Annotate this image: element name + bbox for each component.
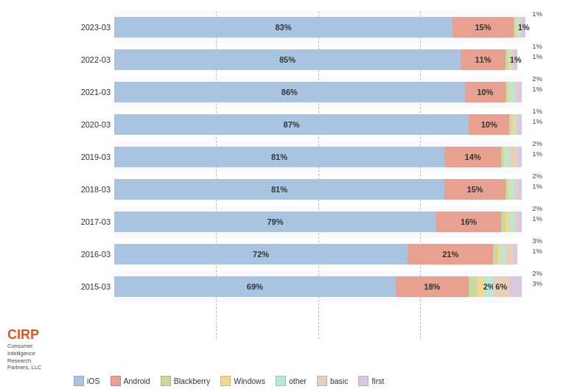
year-label: 2018-03 bbox=[63, 185, 111, 194]
bar-segment-first bbox=[517, 82, 522, 102]
segment-label: 11% bbox=[475, 55, 491, 64]
outside-label: 1% bbox=[532, 52, 542, 60]
year-label: 2015-03 bbox=[63, 282, 111, 291]
outside-label: 1% bbox=[532, 150, 542, 158]
bar-segment-first bbox=[517, 147, 522, 167]
outside-label: 2% bbox=[532, 204, 542, 212]
bar-segment-android: 16% bbox=[436, 211, 501, 232]
outside-label: 3% bbox=[532, 237, 542, 245]
bar-row: 2022-0385%11%1%1%1% bbox=[114, 43, 522, 76]
bar-segment-first bbox=[514, 244, 518, 265]
bar-segment-first bbox=[509, 276, 522, 297]
bar-wrapper: 85%11%1% bbox=[114, 49, 522, 70]
legend-other: other bbox=[276, 376, 307, 386]
bar-segment-android: 18% bbox=[396, 276, 469, 297]
legend-blackberry: Blackberry bbox=[161, 376, 211, 386]
year-label: 2022-03 bbox=[63, 55, 111, 64]
segment-label: 14% bbox=[465, 153, 481, 161]
segment-label: 1% bbox=[510, 55, 522, 64]
bar-segment-android: 15% bbox=[453, 17, 514, 38]
bar-row: 2020-0387%10%1%1% bbox=[114, 108, 522, 141]
bar-wrapper: 69%18%2%6% bbox=[114, 276, 522, 297]
segment-label: 16% bbox=[461, 217, 477, 226]
bar-segment-android: 10% bbox=[469, 114, 509, 135]
bar-segment-android: 14% bbox=[444, 147, 501, 167]
legend-ios: iOS bbox=[74, 376, 100, 386]
bar-segment-android: 11% bbox=[461, 49, 506, 70]
bar-segment-ios: 81% bbox=[114, 179, 444, 200]
legend-basic: basic bbox=[317, 376, 349, 386]
legend-android: Android bbox=[111, 376, 150, 386]
bars-container: 2023-0383%15%1%1%2022-0385%11%1%1%1%2021… bbox=[114, 11, 522, 339]
bar-row: 2023-0383%15%1%1% bbox=[114, 11, 522, 43]
bar-wrapper: 79%16% bbox=[114, 211, 522, 232]
legend-first: first bbox=[358, 376, 384, 386]
bar-row: 2018-0381%15%2%1% bbox=[114, 173, 522, 206]
bar-segment-ios: 79% bbox=[114, 211, 436, 232]
segment-label: 81% bbox=[271, 185, 287, 194]
bar-segment-ios: 72% bbox=[114, 244, 408, 265]
bar-row: 2017-0379%16%2%1% bbox=[114, 206, 522, 238]
bar-wrapper: 72%21% bbox=[114, 244, 522, 265]
outside-label: 1% bbox=[532, 85, 542, 93]
bar-row: 2019-0381%14%2%1% bbox=[114, 141, 522, 173]
outside-label: 1% bbox=[532, 182, 542, 190]
bar-segment-android: 21% bbox=[408, 244, 493, 265]
bar-wrapper: 83%15%1% bbox=[114, 17, 522, 38]
android-legend-box bbox=[111, 376, 121, 386]
bar-segment-ios: 87% bbox=[114, 114, 469, 135]
blackberry-legend-label: Blackberry bbox=[174, 377, 211, 385]
cirp-subtext: ConsumerIntelligenceResearchPartners, LL… bbox=[7, 343, 66, 371]
outside-label: 2% bbox=[532, 139, 542, 147]
outside-label: 2% bbox=[532, 269, 542, 277]
legend-windows: Windows bbox=[220, 376, 265, 386]
bar-segment-ios: 69% bbox=[114, 276, 396, 297]
bar-wrapper: 81%15% bbox=[114, 179, 522, 200]
segment-label: 81% bbox=[271, 153, 287, 161]
year-label: 2021-03 bbox=[63, 88, 111, 97]
segment-label: 72% bbox=[253, 250, 269, 259]
bar-segment-ios: 83% bbox=[114, 17, 453, 38]
bar-row: 2016-0372%21%3%1% bbox=[114, 238, 522, 270]
first-legend-box bbox=[358, 376, 368, 386]
year-label: 2020-03 bbox=[63, 120, 111, 129]
ios-legend-box bbox=[74, 376, 84, 386]
outside-label: 1% bbox=[532, 247, 542, 255]
segment-label: 6% bbox=[495, 282, 507, 291]
bar-segment-first: 1% bbox=[514, 49, 518, 70]
bar-wrapper: 81%14% bbox=[114, 147, 522, 167]
bar-segment-ios: 86% bbox=[114, 82, 465, 102]
chart-area: 2023-0383%15%1%1%2022-0385%11%1%1%1%2021… bbox=[66, 7, 522, 339]
outside-label: 2% bbox=[532, 74, 542, 83]
segment-label: 10% bbox=[477, 88, 493, 97]
cirp-logo: CIRP ConsumerIntelligenceResearchPartner… bbox=[7, 328, 66, 371]
segment-label: 69% bbox=[247, 282, 263, 291]
bar-segment-basic: 6% bbox=[493, 276, 509, 297]
segment-label: 79% bbox=[267, 217, 283, 226]
bar-segment-ios: 85% bbox=[114, 49, 461, 70]
windows-legend-box bbox=[220, 376, 231, 386]
bar-segment-basic bbox=[506, 244, 514, 265]
bar-segment-first: 1% bbox=[522, 17, 526, 38]
outside-label: 2% bbox=[532, 172, 542, 180]
segment-label: 15% bbox=[475, 23, 491, 32]
bar-segment-android: 15% bbox=[444, 179, 506, 200]
bar-segment-android: 10% bbox=[465, 82, 506, 102]
segment-label: 15% bbox=[467, 185, 483, 194]
blackberry-legend-box bbox=[161, 376, 171, 386]
ios-legend-label: iOS bbox=[87, 377, 100, 385]
segment-label: 87% bbox=[284, 120, 300, 129]
segment-label: 86% bbox=[282, 88, 298, 97]
other-legend-label: other bbox=[289, 377, 307, 385]
outside-label: 1% bbox=[532, 42, 542, 50]
android-legend-label: Android bbox=[124, 377, 150, 385]
bar-segment-ios: 81% bbox=[114, 147, 444, 167]
segment-label: 83% bbox=[275, 23, 291, 32]
outside-label: 1% bbox=[532, 10, 542, 18]
bar-segment-first bbox=[517, 114, 522, 135]
legend: iOS Android Blackberry Windows other bas… bbox=[74, 376, 559, 386]
outside-label: 1% bbox=[532, 214, 542, 223]
year-label: 2023-03 bbox=[63, 23, 111, 32]
other-legend-box bbox=[276, 376, 286, 386]
bar-segment-basic bbox=[509, 147, 517, 167]
